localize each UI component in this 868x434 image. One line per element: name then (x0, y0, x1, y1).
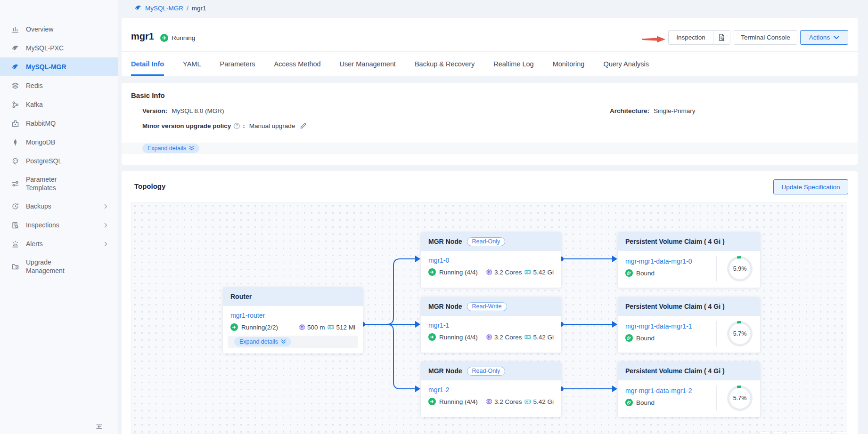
sidebar-item-alerts[interactable]: Alerts (0, 234, 118, 253)
node-name-link[interactable]: mgr1-0 (428, 257, 449, 264)
pvc-name-link[interactable]: mgr-mgr1-data-mgr1-1 (625, 322, 692, 330)
terminal-console-button[interactable]: Terminal Console (734, 30, 797, 45)
document-search-icon (11, 221, 19, 229)
bar-chart-icon (11, 25, 19, 33)
router-expand-band: Expand details (228, 336, 358, 348)
canvas-control-button[interactable] (772, 432, 784, 434)
mgr-node-type-label: MGR Node (428, 238, 462, 245)
role-badge: Read-Only (467, 367, 506, 376)
chevron-right-icon (103, 204, 108, 209)
sidebar-item-parameter-templates[interactable]: Parameter Templates (0, 170, 118, 197)
topology-title: Topology (134, 182, 165, 190)
role-badge: Read-Write (467, 302, 507, 311)
node-name-link[interactable]: mgr1-1 (428, 321, 449, 329)
update-specification-button[interactable]: Update Specification (773, 179, 848, 194)
elephant-icon (11, 157, 19, 165)
tab-backup-recovery[interactable]: Backup & Recovery (415, 52, 475, 76)
node-status: Running (4/4) (428, 398, 478, 405)
dolphin-icon (11, 44, 19, 52)
tab-parameters[interactable]: Parameters (220, 52, 255, 76)
node-resources: 3.2 Cores 5.42 Gi (485, 268, 555, 276)
expand-details-button[interactable]: Expand details (142, 144, 199, 153)
pvc-usage-value: 5.9% (733, 265, 747, 272)
mgr-node-header: MGR Node Read-Only (421, 232, 561, 251)
router-type-label: Router (230, 293, 252, 300)
sidebar-item-overview[interactable]: Overview (0, 20, 118, 39)
sidebar-item-postgresql[interactable]: PostgreSQL (0, 152, 118, 170)
document-search-icon (718, 33, 726, 41)
chevron-right-icon (103, 241, 108, 247)
node-name-link[interactable]: mgr1-2 (428, 386, 449, 394)
basic-info-card: Basic Info Version: MySQL 8.0 (MGR) Arch… (122, 83, 858, 165)
running-status-icon (428, 268, 436, 276)
sidebar-item-label: MySQL-PXC (26, 44, 88, 52)
pvc-status: Bound (625, 269, 716, 277)
bound-status-icon (625, 334, 633, 342)
canvas-control-button[interactable] (759, 432, 770, 434)
pvc-header: Persistent Volume Claim ( 4 Gi ) (618, 362, 760, 380)
pvc-body: mgr-mgr1-data-mgr1-2 Bound 5.7% (618, 380, 760, 417)
sidebar-item-rabbitmq[interactable]: RabbitMQ (0, 114, 118, 133)
title-row: mgr1 Running Inspection Terminal Console… (122, 18, 858, 52)
actions-button[interactable]: Actions (800, 30, 848, 45)
breadcrumb-parent-link[interactable]: MySQL-MGR (145, 5, 183, 12)
pvc-card: Persistent Volume Claim ( 4 Gi ) mgr-mgr… (618, 297, 760, 353)
tab-access-method[interactable]: Access Method (274, 52, 320, 76)
node-resources: 3.2 Cores 5.42 Gi (485, 333, 555, 341)
cpu-icon (485, 333, 493, 341)
pvc-name-link[interactable]: mgr-mgr1-data-mgr1-2 (625, 387, 692, 394)
tab-monitoring[interactable]: Monitoring (553, 52, 585, 76)
pvc-type-label: Persistent Volume Claim ( 4 Gi ) (625, 303, 725, 310)
mgr-node-type-label: MGR Node (428, 367, 462, 375)
page: Overview MySQL-PXC MySQL-MGR Redis Kafka… (0, 0, 868, 434)
sidebar-item-mysql-mgr[interactable]: MySQL-MGR (0, 57, 118, 76)
bound-status-icon (625, 269, 633, 277)
pvc-card: Persistent Volume Claim ( 4 Gi ) mgr-mgr… (618, 232, 760, 288)
pvc-status: Bound (625, 334, 716, 342)
mgr-node-card: MGR Node Read-Only mgr1-0 Running (4/4) … (421, 232, 561, 288)
sidebar-item-mysql-pxc[interactable]: MySQL-PXC (0, 39, 118, 57)
sidebar-item-upgrade-management[interactable]: Upgrade Management (0, 253, 118, 280)
upgrade-policy-value: Manual upgrade (249, 122, 295, 129)
sidebar-item-label: Alerts (26, 240, 88, 248)
inspection-button[interactable]: Inspection (669, 31, 713, 44)
sidebar-item-mongodb[interactable]: MongoDB (0, 133, 118, 152)
sidebar-collapse-button[interactable] (94, 422, 104, 431)
router-expand-details-button[interactable]: Expand details (234, 337, 291, 346)
sidebar-item-inspections[interactable]: Inspections (0, 216, 118, 234)
node-resources: 3.2 Cores 5.42 Gi (485, 398, 555, 405)
basic-info-title: Basic Info (131, 91, 165, 99)
node-memory-value: 5.42 Gi (533, 269, 554, 276)
topology-card: Topology Update Specification (122, 171, 858, 434)
pvc-body: mgr-mgr1-data-mgr1-0 Bound 5.9% (618, 251, 760, 287)
inspection-report-button[interactable] (713, 31, 730, 44)
running-status-icon (160, 34, 168, 42)
tab-detail-info[interactable]: Detail Info (131, 52, 164, 76)
version-value: MySQL 8.0 (MGR) (172, 107, 224, 114)
pvc-name-link[interactable]: mgr-mgr1-data-mgr1-0 (625, 257, 692, 265)
mgr-node-header: MGR Node Read-Write (421, 297, 561, 316)
node-cpu-value: 3.2 Cores (494, 398, 522, 405)
version-label: Version: (142, 107, 167, 114)
router-name-link[interactable]: mgr1-router (230, 312, 265, 319)
memory-icon (327, 323, 335, 331)
tab-yaml[interactable]: YAML (183, 52, 201, 76)
page-title: mgr1 (131, 31, 154, 42)
edit-pencil-icon[interactable] (300, 122, 307, 129)
tab-query-analysis[interactable]: Query Analysis (603, 52, 649, 76)
sidebar-item-redis[interactable]: Redis (0, 76, 118, 95)
pvc-usage-gauge: 5.9% (727, 256, 753, 281)
tab-user-management[interactable]: User Management (340, 52, 396, 76)
sidebar-item-kafka[interactable]: Kafka (0, 95, 118, 114)
sidebar-item-label: Kafka (26, 100, 88, 109)
canvas-control-button[interactable] (834, 432, 847, 434)
tab-realtime-log[interactable]: Realtime Log (493, 52, 533, 76)
sidebar-item-backups[interactable]: Backups (0, 197, 118, 216)
annotation-arrow-icon (642, 35, 666, 45)
canvas-control-button[interactable] (786, 432, 832, 434)
router-card-body: mgr1-router Running(2/2) 500 m 512 Mi (223, 306, 363, 354)
expand-details-label: Expand details (147, 145, 186, 152)
router-status: Running(2/2) (230, 323, 278, 331)
mgr-node-body: mgr1-2 Running (4/4) 3.2 Cores 5.42 Gi (421, 380, 561, 411)
node-meta-row: Running (4/4) 3.2 Cores 5.42 Gi (428, 268, 555, 276)
